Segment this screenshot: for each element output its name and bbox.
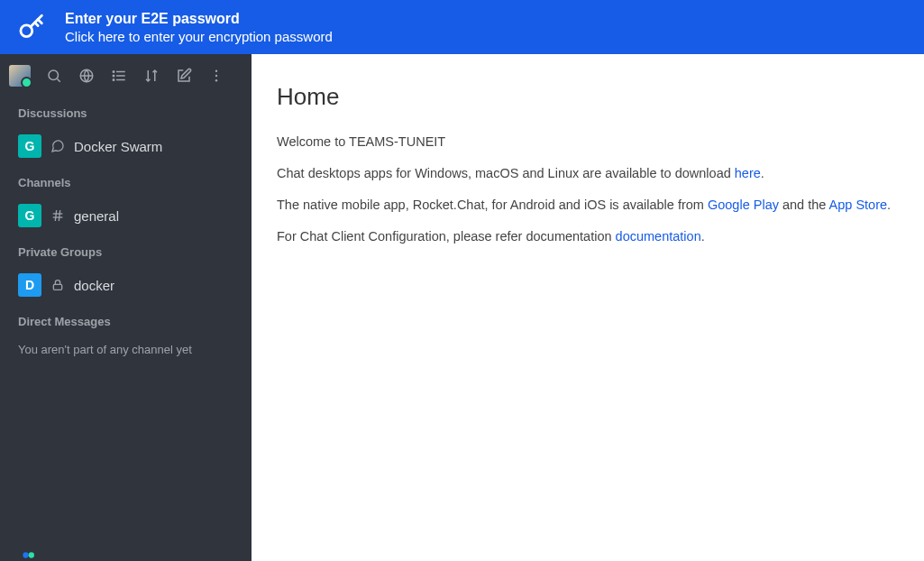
svg-line-5 bbox=[57, 78, 59, 81]
welcome-text: Welcome to TEAMS-TUNEIT bbox=[277, 133, 899, 152]
section-discussions: Discussions bbox=[0, 94, 252, 129]
sort-icon[interactable] bbox=[137, 61, 166, 90]
svg-point-23 bbox=[29, 552, 34, 557]
compose-icon[interactable] bbox=[169, 61, 198, 90]
channel-chip: D bbox=[18, 273, 41, 297]
link-app-store[interactable]: App Store bbox=[829, 198, 888, 212]
svg-line-19 bbox=[55, 210, 56, 221]
banner-subtitle: Click here to enter your encryption pass… bbox=[65, 29, 333, 44]
avatar[interactable] bbox=[9, 65, 31, 87]
svg-point-15 bbox=[215, 75, 217, 77]
svg-point-22 bbox=[23, 552, 28, 557]
sidebar-item-docker[interactable]: D docker bbox=[0, 268, 252, 302]
link-google-play[interactable]: Google Play bbox=[708, 198, 779, 212]
svg-point-4 bbox=[49, 70, 59, 80]
sidebar-item-docker-swarm[interactable]: G Docker Swarm bbox=[0, 129, 252, 163]
discussion-icon bbox=[50, 139, 65, 153]
desktop-apps-text: Chat desktops apps for Windows, macOS an… bbox=[277, 164, 899, 183]
svg-line-2 bbox=[38, 20, 41, 23]
connection-indicator bbox=[22, 547, 38, 556]
hash-icon bbox=[50, 208, 65, 223]
sidebar-toolbar bbox=[0, 54, 252, 94]
svg-line-3 bbox=[35, 23, 39, 26]
svg-point-12 bbox=[113, 75, 114, 77]
channel-label: general bbox=[74, 208, 119, 224]
svg-point-13 bbox=[113, 79, 114, 81]
list-icon[interactable] bbox=[105, 61, 133, 90]
link-documentation[interactable]: documentation bbox=[616, 229, 701, 244]
directory-icon[interactable] bbox=[72, 61, 101, 90]
documentation-text: For Chat Client Configuration, please re… bbox=[277, 227, 899, 246]
svg-point-14 bbox=[215, 70, 217, 72]
e2e-banner[interactable]: Enter your E2E password Click here to en… bbox=[0, 0, 924, 54]
mobile-apps-text: The native mobile app, Rocket.Chat, for … bbox=[277, 196, 899, 215]
section-direct-messages: Direct Messages bbox=[0, 302, 252, 337]
sidebar: Discussions G Docker Swarm Channels G ge… bbox=[0, 54, 252, 561]
link-here[interactable]: here bbox=[735, 166, 761, 180]
svg-line-20 bbox=[59, 210, 59, 221]
lock-icon bbox=[50, 278, 65, 292]
svg-point-16 bbox=[215, 79, 217, 81]
channel-chip: G bbox=[18, 204, 41, 227]
channel-label: docker bbox=[74, 278, 114, 293]
channel-chip: G bbox=[18, 134, 41, 158]
banner-title: Enter your E2E password bbox=[65, 11, 333, 27]
svg-rect-21 bbox=[53, 284, 61, 290]
svg-point-11 bbox=[113, 71, 114, 73]
empty-channels-msg: You aren't part of any channel yet bbox=[0, 337, 252, 362]
key-icon bbox=[9, 12, 54, 42]
section-private-groups: Private Groups bbox=[0, 233, 252, 268]
content-area: Home Welcome to TEAMS-TUNEIT Chat deskto… bbox=[252, 54, 924, 561]
kebab-icon[interactable] bbox=[202, 61, 231, 90]
sidebar-item-general[interactable]: G general bbox=[0, 198, 252, 233]
channel-label: Docker Swarm bbox=[74, 139, 162, 154]
banner-text: Enter your E2E password Click here to en… bbox=[65, 11, 333, 44]
search-icon[interactable] bbox=[40, 61, 69, 90]
section-channels: Channels bbox=[0, 163, 252, 198]
page-title: Home bbox=[277, 83, 899, 111]
